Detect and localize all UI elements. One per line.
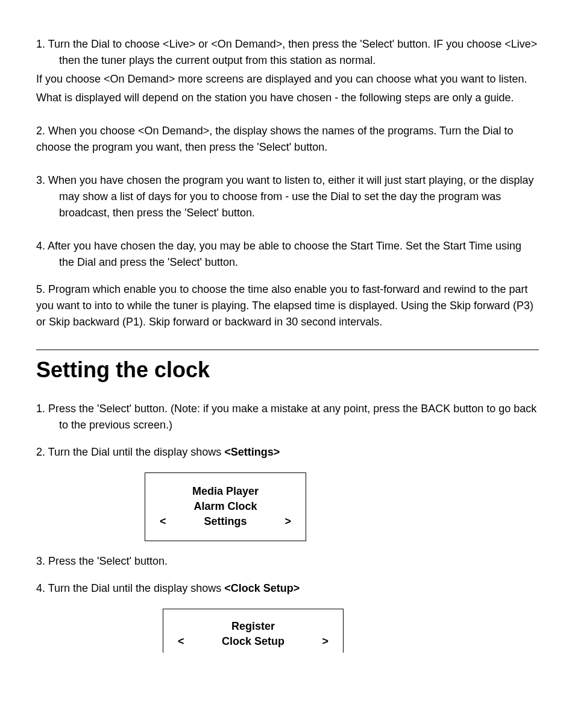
- display-line-register: Register: [169, 619, 337, 634]
- clock-step-4-text: 4. Turn the Dial until the display shows: [36, 582, 224, 594]
- step-1c: What is displayed will depend on the sta…: [36, 90, 539, 106]
- clock-step-3: 3. Press the 'Select' button.: [36, 553, 539, 570]
- step-4: 4. After you have chosen the day, you ma…: [36, 238, 539, 271]
- chevron-right-icon: >: [284, 514, 291, 529]
- display-selected-settings: Settings: [204, 514, 247, 529]
- step-3: 3. When you have chosen the program you …: [36, 172, 539, 221]
- display-line-alarm-clock: Alarm Clock: [151, 499, 300, 514]
- section-divider: [36, 350, 539, 350]
- clock-step-4-bold: <Clock Setup>: [224, 582, 300, 594]
- step-1a: 1. Turn the Dial to choose <Live> or <On…: [36, 36, 539, 69]
- clock-step-2: 2. Turn the Dial until the display shows…: [36, 444, 539, 460]
- step-1b: If you choose <On Demand> more screens a…: [36, 71, 539, 87]
- clock-step-2-bold: <Settings>: [224, 446, 280, 458]
- step-2: 2. When you choose <On Demand>, the disp…: [36, 123, 539, 155]
- display-box-clock-setup: Register < Clock Setup >: [163, 609, 344, 653]
- clock-step-2-text: 2. Turn the Dial until the display shows: [36, 446, 224, 458]
- chevron-left-icon: <: [160, 514, 166, 529]
- display-box-settings: Media Player Alarm Clock < Settings >: [145, 472, 306, 541]
- step-5: 5. Program which enable you to choose th…: [36, 281, 539, 330]
- clock-step-1: 1. Press the 'Select' button. (Note: if …: [36, 401, 539, 433]
- clock-step-4: 4. Turn the Dial until the display shows…: [36, 580, 539, 597]
- display-line-media-player: Media Player: [151, 484, 300, 499]
- heading-setting-the-clock: Setting the clock: [36, 354, 539, 386]
- display-line-settings: < Settings >: [151, 514, 300, 529]
- chevron-right-icon: >: [322, 634, 328, 649]
- chevron-left-icon: <: [178, 634, 184, 649]
- display-line-clock-setup: < Clock Setup >: [169, 634, 337, 649]
- display-selected-clock-setup: Clock Setup: [222, 634, 284, 649]
